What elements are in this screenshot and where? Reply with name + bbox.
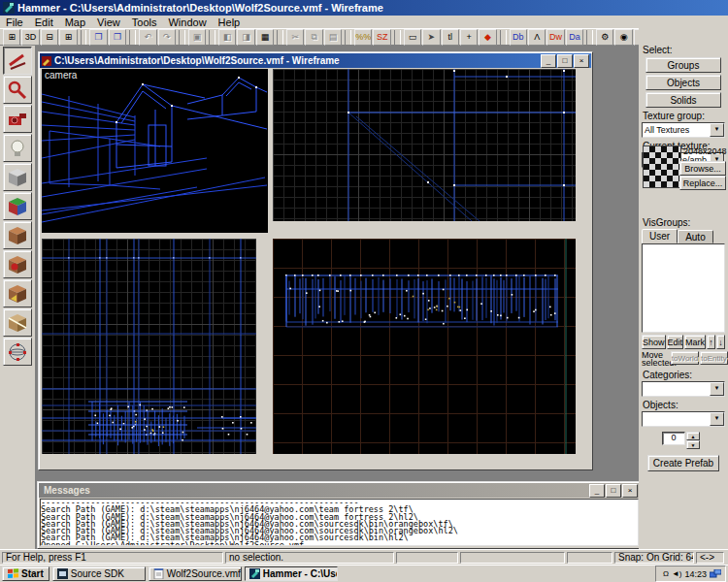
- group-icon: ◧: [218, 29, 236, 46]
- pointfile-icon[interactable]: ◉: [614, 29, 632, 46]
- vertex-tool-icon: [7, 341, 28, 363]
- cordon-icon[interactable]: ▭: [404, 29, 421, 46]
- apply-current-texture-tool[interactable]: [3, 221, 32, 249]
- objects-dropdown[interactable]: ▼: [642, 411, 725, 427]
- paste-icon: ▤: [324, 29, 342, 46]
- map-close-button[interactable]: ×: [574, 54, 589, 68]
- visgroups-list[interactable]: [642, 243, 725, 333]
- categories-dropdown[interactable]: ▼: [642, 381, 725, 397]
- clipping-tool-icon: [7, 312, 28, 334]
- messages-maximize-button[interactable]: □: [606, 484, 621, 498]
- start-button[interactable]: Start: [2, 566, 50, 581]
- task-hammer[interactable]: Hammer - C:\Users\A...: [245, 566, 338, 581]
- toolbar-separator: [586, 30, 593, 45]
- camera-tool[interactable]: [3, 105, 32, 133]
- spin-up-icon[interactable]: ▲: [686, 432, 700, 440]
- app-titlebar[interactable]: Hammer - C:\Users\Administrator\Desktop\…: [0, 0, 728, 16]
- entity-gallery-icon[interactable]: Dw: [546, 29, 564, 46]
- status-selection: no selection.: [225, 552, 394, 564]
- block-tool[interactable]: [3, 163, 32, 191]
- redo-icon: ↷: [158, 29, 176, 46]
- menu-window[interactable]: Window: [162, 16, 212, 28]
- selection-tool-icon: [7, 50, 28, 72]
- chevron-down-icon[interactable]: ▼: [710, 382, 724, 396]
- messages-window[interactable]: Messages _ □ × -------------------------…: [37, 481, 639, 549]
- map-window[interactable]: C:\Users\Administrator\Desktop\Wolf2Sour…: [38, 51, 593, 470]
- messages-titlebar[interactable]: Messages _ □ ×: [39, 483, 639, 498]
- entity-report-icon[interactable]: Db: [510, 29, 527, 46]
- log-line: Opened C:\Users\Administrator\Desktop\Wo…: [41, 542, 638, 546]
- visgroup-move-down-button[interactable]: ↓: [716, 335, 725, 349]
- visgroup-move-up-button[interactable]: ↑: [707, 335, 715, 349]
- menu-edit[interactable]: Edit: [29, 16, 59, 28]
- entity-tool[interactable]: [3, 134, 32, 162]
- select-groups-button[interactable]: Groups: [645, 57, 721, 73]
- load-window-state-icon[interactable]: ❐: [89, 29, 107, 46]
- texture-scale-lock-icon[interactable]: SZ: [373, 29, 390, 46]
- move-selection-icon[interactable]: +: [460, 29, 478, 46]
- cordon-edit-icon[interactable]: ➤: [422, 29, 440, 46]
- smaller-grid-icon[interactable]: ⊟: [41, 29, 58, 46]
- visgroup-edit-button[interactable]: Edit: [667, 335, 684, 349]
- larger-grid-icon[interactable]: ⊞: [59, 29, 77, 46]
- tab-visgroups-auto[interactable]: Auto: [678, 230, 713, 243]
- ignore-groups-icon[interactable]: ▦: [256, 29, 274, 46]
- viewport-2d-top[interactable]: ▲ ▼ ◄ ►: [273, 69, 576, 221]
- texture-lock-icon[interactable]: %%: [354, 29, 372, 46]
- language-indicator-icon[interactable]: Ω: [663, 569, 669, 578]
- texture-application-tool[interactable]: [3, 192, 32, 220]
- toggle-3d-grid-icon[interactable]: 3D: [21, 29, 39, 46]
- task-notepad[interactable]: Wolf2Source.vmf - Note...: [149, 566, 242, 581]
- displacement-mask-icon[interactable]: ◆: [479, 29, 496, 46]
- texture-application-tool-icon: [7, 196, 28, 217]
- browse-button[interactable]: Browse...: [679, 161, 726, 176]
- apply-decals-tool[interactable]: [3, 250, 32, 278]
- toggle-grid-icon[interactable]: ⊞: [3, 29, 20, 46]
- chevron-down-icon[interactable]: ▼: [710, 412, 724, 426]
- messages-minimize-button[interactable]: _: [589, 484, 605, 498]
- texture-group-dropdown[interactable]: All Textures ▼: [642, 122, 725, 138]
- messages-log[interactable]: ----------------------------------------…: [40, 499, 639, 546]
- entity-properties-icon[interactable]: Da: [566, 29, 583, 46]
- visgroup-show-button[interactable]: Show: [642, 335, 666, 349]
- vertex-tool[interactable]: [3, 338, 32, 366]
- magnify-tool-icon: [7, 80, 28, 101]
- map-window-titlebar[interactable]: C:\Users\Administrator\Desktop\Wolf2Sour…: [40, 53, 591, 68]
- tab-visgroups-user[interactable]: User: [642, 229, 678, 243]
- volume-icon[interactable]: ◄): [672, 569, 682, 578]
- visgroup-mark-button[interactable]: Mark: [684, 335, 706, 349]
- status-zoom: [567, 552, 612, 564]
- map-minimize-button[interactable]: _: [541, 54, 556, 68]
- viewport-2d-side[interactable]: ▲ ▼ ◄ ►: [273, 239, 576, 454]
- menu-file[interactable]: File: [0, 16, 29, 28]
- spin-down-icon[interactable]: ▼: [686, 440, 700, 449]
- clipping-tool[interactable]: [3, 308, 32, 337]
- messages-close-button[interactable]: ×: [622, 484, 638, 498]
- overlay-tool[interactable]: [3, 279, 32, 307]
- menu-map[interactable]: Map: [59, 16, 91, 28]
- select-touching-icon[interactable]: tl: [442, 29, 459, 46]
- magnify-tool[interactable]: [3, 76, 32, 104]
- select-objects-button[interactable]: Objects: [645, 75, 721, 90]
- notepad-icon: [153, 568, 164, 579]
- menu-view[interactable]: View: [91, 16, 126, 28]
- viewport-3d-camera[interactable]: camera: [42, 69, 268, 233]
- create-prefab-button[interactable]: Create Prefab: [647, 455, 719, 471]
- texture-preview[interactable]: [643, 146, 681, 188]
- prefab-angle-input[interactable]: 0: [662, 432, 685, 445]
- replace-button[interactable]: Replace...: [679, 176, 726, 190]
- select-solids-button[interactable]: Solids: [645, 92, 721, 108]
- path-tool-icon[interactable]: Λ: [528, 29, 546, 46]
- copy-icon: ⧉: [305, 29, 322, 46]
- task-sdk[interactable]: Source SDK: [52, 566, 146, 581]
- chevron-down-icon[interactable]: ▼: [710, 123, 724, 137]
- save-window-state-icon[interactable]: ❐: [109, 29, 126, 46]
- entity-tool-icon: [7, 138, 28, 159]
- viewport-2d-front[interactable]: ▲ ▼ ◄ ►: [42, 239, 256, 454]
- menu-tools[interactable]: Tools: [126, 16, 163, 28]
- run-map-icon[interactable]: ⚙: [596, 29, 613, 46]
- menu-help[interactable]: Help: [213, 16, 247, 28]
- map-maximize-button[interactable]: □: [557, 54, 573, 68]
- selection-tool[interactable]: [3, 47, 32, 75]
- toolbar-separator: [209, 30, 215, 45]
